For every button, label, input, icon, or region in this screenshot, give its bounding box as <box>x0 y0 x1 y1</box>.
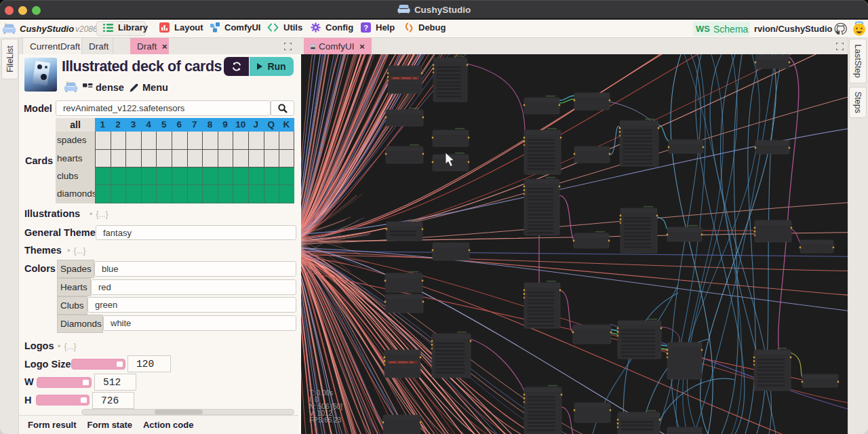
svg-text:FPS:66.23: FPS:66.23 <box>309 416 342 424</box>
svg-text:?: ? <box>363 24 368 32</box>
